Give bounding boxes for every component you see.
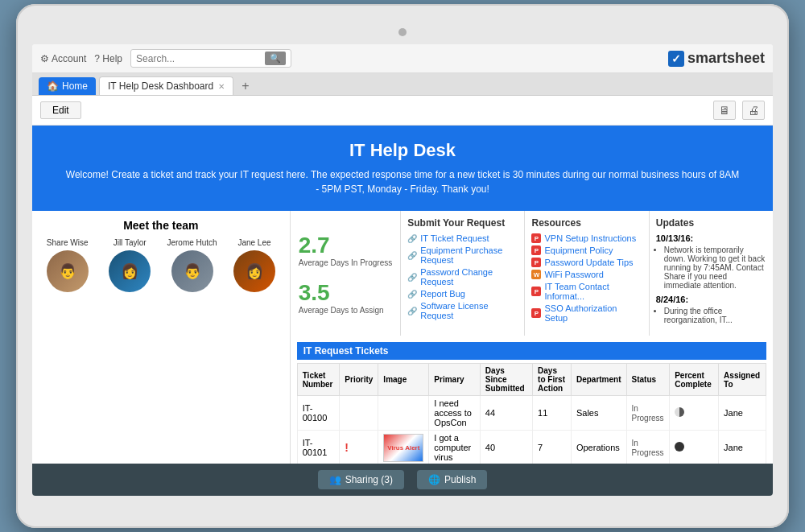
publish-button[interactable]: 🌐 Publish — [417, 470, 487, 489]
toolbar: Edit 🖥 🖨 — [32, 96, 773, 126]
link-icon-3: 🔗 — [407, 290, 417, 299]
cell-percent-0 — [670, 396, 719, 431]
resource-link-0[interactable]: P VPN Setup Instructions — [531, 233, 642, 243]
updates-panel-title: Updates — [656, 217, 766, 229]
updates-panel: Updates 10/13/16: Network is temporarily… — [650, 211, 773, 336]
tab-add-button[interactable]: + — [237, 77, 254, 95]
stat-0: 2.7 Average Days In Progress — [299, 233, 393, 267]
avatar-1: 👩 — [109, 250, 151, 292]
cell-priority-0 — [340, 396, 378, 431]
resource-link-5[interactable]: P SSO Authorization Setup — [531, 303, 642, 323]
resource-icon-4: P — [531, 287, 541, 296]
col-assigned: Assigned To — [719, 364, 766, 396]
sharing-label: Sharing (3) — [345, 474, 393, 485]
cell-days-first-1: 7 — [533, 431, 572, 464]
stat-value-1: 3.5 — [299, 280, 393, 306]
cell-status-0: In Progress — [626, 396, 670, 431]
cell-days-submitted-1: 40 — [480, 431, 532, 464]
virus-alert-thumbnail: Virus Alert — [383, 434, 423, 462]
stat-label-0: Average Days In Progress — [299, 258, 393, 267]
stat-value-0: 2.7 — [299, 233, 393, 258]
cell-ticket-1: IT-00101 — [297, 431, 340, 464]
resource-label-4: IT Team Contact Informat... — [544, 282, 642, 301]
col-status: Status — [626, 364, 670, 396]
tickets-table: Ticket Number Priority Image Primary Day… — [297, 363, 766, 464]
team-members-list: Share Wise 👨 Jill Taylor 👩 Jerome Hutch … — [40, 238, 282, 292]
member-name-0: Share Wise — [40, 238, 94, 247]
resource-link-2[interactable]: P Password Update Tips — [531, 258, 642, 267]
search-box: 🔍 — [130, 49, 291, 68]
bottom-bar: 👥 Sharing (3) 🌐 Publish — [32, 464, 773, 496]
submit-link-3[interactable]: 🔗 Report Bug — [407, 289, 518, 299]
smartsheet-logo: ✓ smartsheet — [668, 50, 765, 67]
submit-link-2[interactable]: 🔗 Password Change Request — [407, 267, 518, 287]
sharing-icon: 👥 — [329, 474, 341, 485]
tab-home[interactable]: 🏠 🏠 Home Home — [39, 77, 96, 95]
cell-status-1: In Progress — [626, 431, 670, 464]
avatar-2: 👨 — [171, 250, 213, 292]
resource-icon-3: W — [531, 270, 541, 279]
submit-link-label-1: Equipment Purchase Request — [420, 245, 518, 265]
submit-link-4[interactable]: 🔗 Software License Request — [407, 301, 518, 320]
col-image: Image — [378, 364, 429, 396]
resources-panel: Resources P VPN Setup Instructions P Equ… — [525, 211, 649, 336]
cell-percent-1 — [670, 431, 719, 464]
publish-label: Publish — [444, 474, 476, 485]
logo-light: smart — [687, 50, 727, 66]
team-member-1: Jill Taylor 👩 — [102, 238, 156, 292]
submit-link-label-0: IT Ticket Request — [420, 233, 489, 243]
logo-check-icon: ✓ — [668, 51, 684, 67]
team-member-0: Share Wise 👨 — [40, 238, 94, 292]
table-row: IT-00100 I need access to OpsCon 44 11 S… — [297, 396, 766, 431]
home-icon: 🏠 — [47, 80, 59, 92]
monitor-icon-button[interactable]: 🖥 — [713, 101, 736, 120]
cell-assigned-0: Jane — [719, 396, 766, 431]
member-name-3: Jane Lee — [227, 238, 281, 247]
resource-label-1: Equipment Policy — [544, 245, 613, 255]
team-member-2: Jerome Hutch 👨 — [165, 238, 219, 292]
tab-bar: 🏠 🏠 Home Home IT Help Desk Dashboard ✕ + — [32, 73, 773, 96]
resource-icon-5: P — [531, 308, 541, 318]
tab-it-help-desk[interactable]: IT Help Desk Dashboard ✕ — [99, 76, 233, 95]
tab-close-button[interactable]: ✕ — [218, 82, 225, 91]
cell-days-submitted-0: 44 — [480, 396, 532, 431]
account-link[interactable]: ⚙ Account — [40, 53, 86, 64]
stat-1: 3.5 Average Days to Assign — [299, 280, 393, 315]
help-link[interactable]: ? Help — [94, 53, 122, 64]
cell-image-1: Virus Alert — [378, 431, 429, 464]
link-icon-2: 🔗 — [407, 273, 417, 282]
resources-panel-title: Resources — [531, 217, 642, 229]
search-input[interactable] — [136, 53, 265, 64]
main-content: IT Help Desk Welcome! Create a ticket an… — [32, 126, 773, 464]
gear-icon: ⚙ — [40, 53, 49, 64]
resource-label-3: WiFi Password — [544, 270, 603, 279]
hero-title: IT Help Desk — [64, 140, 741, 161]
sharing-button[interactable]: 👥 Sharing (3) — [318, 470, 404, 489]
toolbar-icons: 🖥 🖨 — [713, 101, 765, 120]
search-button[interactable]: 🔍 — [265, 52, 286, 65]
col-primary: Primary — [429, 364, 480, 396]
col-priority: Priority — [340, 364, 378, 396]
member-name-1: Jill Taylor — [102, 238, 156, 247]
top-nav: ⚙ Account ? Help 🔍 ✓ smartsheet — [32, 44, 773, 73]
tab-active-label: IT Help Desk Dashboard — [108, 80, 213, 92]
resource-icon-2: P — [531, 258, 541, 267]
cell-primary-1: I got a computer virus — [429, 431, 480, 464]
submit-link-1[interactable]: 🔗 Equipment Purchase Request — [407, 245, 518, 265]
team-section-title: Meet the team — [40, 219, 282, 232]
hero-banner: IT Help Desk Welcome! Create a ticket an… — [32, 126, 773, 211]
cell-department-0: Sales — [571, 396, 626, 431]
col-ticket-number: Ticket Number — [297, 364, 340, 396]
submit-link-0[interactable]: 🔗 IT Ticket Request — [407, 233, 518, 243]
tablet-frame: ⚙ Account ? Help 🔍 ✓ smartsheet 🏠 🏠 Home — [16, 4, 789, 528]
print-icon-button[interactable]: 🖨 — [742, 101, 765, 120]
resource-link-4[interactable]: P IT Team Contact Informat... — [531, 282, 642, 301]
cell-department-1: Operations — [571, 431, 626, 464]
member-name-2: Jerome Hutch — [165, 238, 219, 247]
resource-link-1[interactable]: P Equipment Policy — [531, 245, 642, 255]
stat-label-1: Average Days to Assign — [299, 306, 393, 315]
link-icon-4: 🔗 — [407, 307, 417, 315]
resource-link-3[interactable]: W WiFi Password — [531, 270, 642, 279]
edit-button[interactable]: Edit — [40, 101, 81, 119]
submit-panel-title: Submit Your Request — [407, 217, 518, 229]
